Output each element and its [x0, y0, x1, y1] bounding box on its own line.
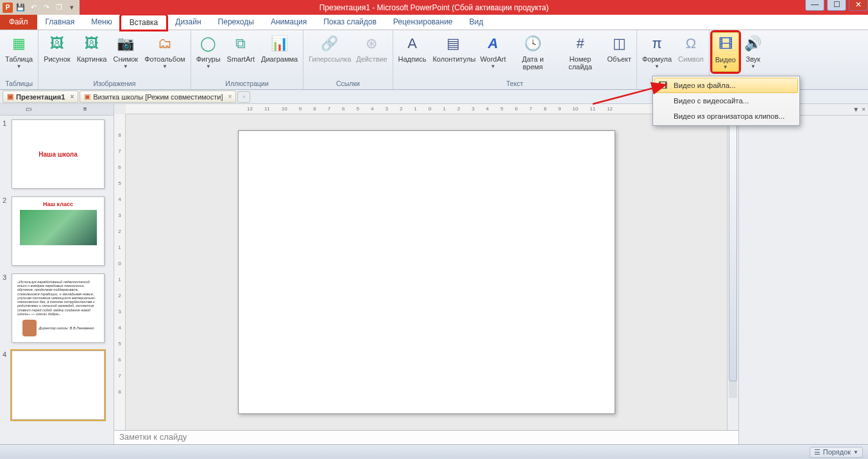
- smartart-button[interactable]: ⧉SmartArt: [225, 32, 257, 64]
- tab-slideshow[interactable]: Показ слайдов: [315, 14, 385, 30]
- outline-tab[interactable]: ≡: [57, 104, 114, 115]
- slide-stage[interactable]: [126, 114, 727, 430]
- wordart-button[interactable]: AWordArt▼: [477, 32, 508, 71]
- textbox-icon: A: [402, 33, 422, 54]
- status-bar: ☰ Порядок ▼: [0, 444, 868, 459]
- doctab-presentation1[interactable]: ▣ Презентация1 ×: [3, 91, 78, 103]
- action-icon: ⊛: [361, 33, 382, 54]
- tab-animation[interactable]: Анимация: [262, 14, 315, 30]
- tab-transitions[interactable]: Переходы: [210, 14, 262, 30]
- group-label: Таблицы: [0, 78, 38, 89]
- close-button[interactable]: ✕: [849, 0, 868, 11]
- hyperlink-button: 🔗Гиперссылка: [306, 32, 352, 64]
- datetime-button[interactable]: 🕓Дата и время: [510, 32, 556, 72]
- slide-thumb-2[interactable]: 2 Наш класс: [0, 193, 114, 270]
- close-icon[interactable]: ×: [70, 93, 74, 100]
- redo-icon[interactable]: ↷: [41, 3, 51, 13]
- symbol-button: ΩСимвол: [676, 32, 706, 64]
- picture-button[interactable]: 🖼Рисунок: [41, 32, 73, 64]
- textbox-button[interactable]: AНадпись: [396, 32, 429, 64]
- chevron-down-icon: ▼: [853, 449, 858, 455]
- chevron-down-icon: ▼: [17, 64, 22, 69]
- powerpoint-icon[interactable]: P: [3, 3, 13, 13]
- slide-thumb-3[interactable]: 3 «Используя наработанный педагогический…: [0, 270, 114, 347]
- qat-dropdown-icon[interactable]: ▾: [67, 3, 77, 13]
- current-slide[interactable]: [238, 130, 615, 414]
- powerpoint-file-icon: ▣: [7, 92, 13, 101]
- menu-video-from-site[interactable]: Видео с видеосайта...: [654, 93, 798, 108]
- link-icon: 🔗: [319, 33, 339, 54]
- close-icon[interactable]: ×: [228, 93, 232, 100]
- album-icon: 🗂: [155, 33, 175, 54]
- group-illustrations: ◯Фигуры▼ ⧉SmartArt 📊Диаграмма Иллюстраци…: [191, 30, 304, 89]
- camera-icon: 📷: [115, 33, 136, 54]
- scrollbar-thumb[interactable]: [729, 125, 737, 381]
- tab-home[interactable]: Главная: [37, 14, 83, 30]
- group-images: 🖼Рисунок 🖼Картинка 📷Снимок▼ 🗂Фотоальбом▼…: [38, 30, 191, 89]
- workspace: ▭ ≡ 1 Наша школа 2 Наш класс 3 «Использу…: [0, 104, 868, 444]
- shapes-button[interactable]: ◯Фигуры▼: [194, 32, 223, 71]
- slidepanel-tabs: ▭ ≡: [0, 104, 114, 116]
- chevron-down-icon: ▼: [654, 64, 660, 69]
- chevron-down-icon: ▼: [751, 64, 756, 69]
- blank-icon: [657, 110, 668, 122]
- slide2-title: Наш класс: [43, 201, 73, 207]
- photoalbum-button[interactable]: 🗂Фотоальбом▼: [142, 32, 188, 71]
- file-tab[interactable]: Файл: [0, 14, 37, 30]
- tab-review[interactable]: Рецензирование: [385, 14, 461, 30]
- save-icon[interactable]: 💾: [15, 3, 26, 13]
- table-button[interactable]: ▦Таблица▼: [3, 32, 35, 71]
- action-button: ⊛Действие: [353, 32, 389, 64]
- taskpane-dropdown-icon[interactable]: ▼: [853, 106, 859, 113]
- order-button[interactable]: ☰ Порядок ▼: [810, 447, 863, 458]
- thumb-number: 3: [3, 273, 9, 343]
- group-label: Текст: [393, 78, 636, 89]
- layers-icon: ☰: [814, 448, 821, 456]
- audio-button[interactable]: 🔊Звук▼: [740, 32, 766, 71]
- menu-video-from-clips[interactable]: Видео из организатора клипов...: [654, 108, 798, 124]
- equation-button[interactable]: πФормула▼: [640, 32, 674, 71]
- tab-insert[interactable]: Вставка: [121, 15, 167, 30]
- slides-tab[interactable]: ▭: [0, 104, 57, 115]
- menu-video-from-file[interactable]: 🎞 Видео из файла...: [654, 78, 798, 93]
- picture-icon: 🖼: [47, 33, 67, 54]
- canvas-area: 1211109876543210123456789101112 87654321…: [114, 104, 738, 444]
- tab-view[interactable]: Вид: [461, 14, 492, 30]
- chevron-down-icon: ▼: [162, 64, 167, 69]
- slidenumber-button[interactable]: #Номер слайда: [557, 32, 604, 72]
- clipart-button[interactable]: 🖼Картинка: [74, 32, 110, 64]
- slide-thumb-4[interactable]: 4: [0, 347, 114, 424]
- headerfooter-icon: ▤: [443, 33, 463, 54]
- slide-panel: ▭ ≡ 1 Наша школа 2 Наш класс 3 «Использу…: [0, 104, 114, 444]
- menu-label: Видео из файла...: [674, 82, 736, 89]
- group-label: Изображения: [38, 78, 191, 89]
- vertical-scrollbar[interactable]: [727, 114, 738, 430]
- tab-design[interactable]: Дизайн: [167, 14, 209, 30]
- video-button[interactable]: 🎞Видео▼: [712, 32, 739, 72]
- doctab-label: Визитка школы [Режим совместимости]: [93, 93, 223, 101]
- undo-icon[interactable]: ↶: [28, 3, 38, 13]
- tab-menu[interactable]: Меню: [83, 14, 120, 30]
- notes-pane[interactable]: Заметки к слайду: [114, 430, 738, 444]
- chart-icon: 📊: [269, 33, 290, 54]
- object-button[interactable]: ◫Объект: [605, 32, 634, 64]
- slide-thumb-1[interactable]: 1 Наша школа: [0, 116, 114, 193]
- film-icon: 🎞: [657, 80, 668, 91]
- order-label: Порядок: [823, 448, 851, 456]
- minimize-button[interactable]: —: [805, 0, 824, 11]
- screenshot-button[interactable]: 📷Снимок▼: [110, 32, 140, 71]
- new-document-button[interactable]: ▫: [237, 91, 250, 103]
- task-pane: ▼ ×: [738, 104, 868, 444]
- window-icon[interactable]: ❐: [54, 3, 64, 13]
- equation-icon: π: [647, 33, 667, 54]
- group-tables: ▦Таблица▼ Таблицы: [0, 30, 38, 89]
- taskpane-close-icon[interactable]: ×: [862, 106, 865, 113]
- group-label: Ссылки: [303, 78, 392, 89]
- thumb-number: 1: [3, 119, 9, 189]
- headerfooter-button[interactable]: ▤Колонтитулы: [430, 32, 476, 64]
- window-title: Презентация1 - Microsoft PowerPoint (Сбо…: [319, 3, 549, 12]
- maximize-button[interactable]: ☐: [827, 0, 846, 11]
- chart-button[interactable]: 📊Диаграмма: [259, 32, 300, 64]
- doctab-visitka[interactable]: ▣ Визитка школы [Режим совместимости] ×: [80, 91, 236, 103]
- smartart-icon: ⧉: [230, 33, 251, 54]
